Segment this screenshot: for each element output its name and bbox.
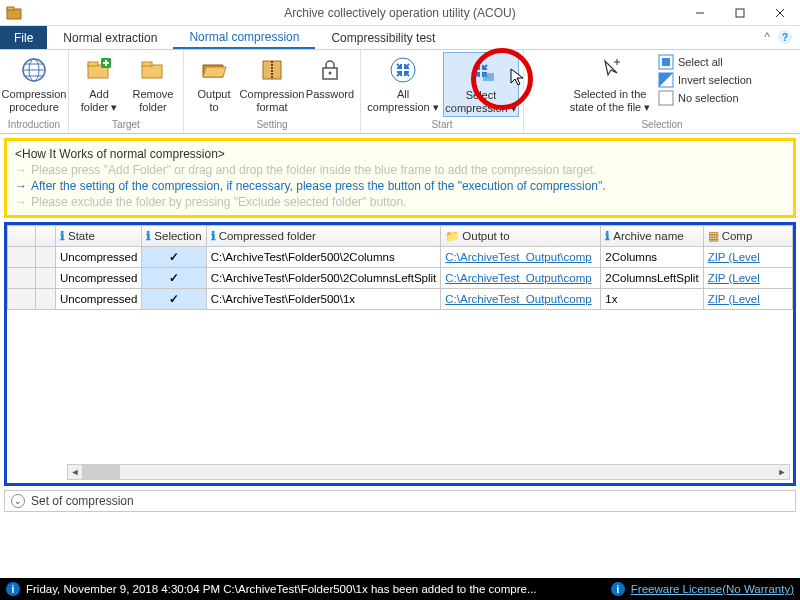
archive-icon (257, 55, 287, 85)
cell-output[interactable]: C:\ArchiveTest_Output\comp (441, 289, 601, 310)
no-selection-button[interactable]: No selection (658, 90, 752, 106)
invert-icon (658, 72, 674, 88)
hint-line-2: →Please exclude the folder by pressing "… (15, 195, 785, 209)
col-archive[interactable]: ℹArchive name (601, 226, 703, 247)
status-bar: i Friday, November 9, 2018 4:30:04 PM C:… (0, 578, 800, 600)
tab-normal-extraction[interactable]: Normal extraction (47, 26, 173, 49)
col-folder[interactable]: ℹCompressed folder (206, 226, 441, 247)
no-select-icon (658, 90, 674, 106)
group-label-setting: Setting (256, 119, 287, 131)
hint-title: <How It Works of normal compression> (15, 147, 785, 161)
window-title: Archive collectively operation utility (… (284, 6, 515, 20)
cell-folder: C:\ArchiveTest\Folder500\2Columns (206, 247, 441, 268)
all-compression-button[interactable]: All compression ▾ (365, 52, 441, 115)
group-label-introduction: Introduction (8, 119, 60, 131)
folder-plus-icon (84, 55, 114, 85)
col-rowheader[interactable] (8, 226, 36, 247)
svg-rect-3 (736, 9, 744, 17)
scroll-right-icon[interactable]: ► (775, 465, 789, 479)
info-icon: i (611, 582, 625, 596)
col-format[interactable]: ▦Comp (703, 226, 792, 247)
compress-select-icon (466, 56, 496, 86)
hint-line-1: →After the setting of the compression, i… (15, 179, 785, 193)
scroll-thumb[interactable] (82, 465, 120, 479)
scroll-left-icon[interactable]: ◄ (68, 465, 82, 479)
cell-state: Uncompressed (56, 247, 142, 268)
cell-state: Uncompressed (56, 268, 142, 289)
select-compression-button[interactable]: Select compression ▾ (443, 52, 519, 117)
license-link[interactable]: Freeware License(No Warranty) (631, 583, 794, 595)
title-bar: Archive collectively operation utility (… (0, 0, 800, 26)
cell-output[interactable]: C:\ArchiveTest_Output\comp (441, 247, 601, 268)
col-selection[interactable]: ℹSelection (142, 226, 206, 247)
group-label-target: Target (112, 119, 140, 131)
table-row[interactable]: Uncompressed✓C:\ArchiveTest\Folder500\2C… (8, 247, 793, 268)
app-icon (6, 5, 22, 21)
compress-all-icon (388, 55, 418, 85)
close-button[interactable] (760, 0, 800, 26)
cell-archive: 2ColumnsLeftSplit (601, 268, 703, 289)
add-folder-button[interactable]: Add folder ▾ (73, 52, 125, 115)
selected-in-state-button[interactable]: Selected in the state of the file ▾ (568, 52, 652, 115)
compression-table: ℹState ℹSelection ℹCompressed folder 📁Ou… (7, 225, 793, 310)
help-icon[interactable]: ? (778, 30, 792, 44)
remove-folder-button[interactable]: Remove folder (127, 52, 179, 115)
svg-rect-16 (142, 65, 162, 78)
table-row[interactable]: Uncompressed✓C:\ArchiveTest\Folder500\1x… (8, 289, 793, 310)
select-all-button[interactable]: Select all (658, 54, 752, 70)
svg-rect-12 (88, 62, 98, 66)
select-all-icon (658, 54, 674, 70)
minimize-button[interactable] (680, 0, 720, 26)
cell-folder: C:\ArchiveTest\Folder500\2ColumnsLeftSpl… (206, 268, 441, 289)
compression-format-button[interactable]: Compression format (242, 52, 302, 115)
cell-selection[interactable]: ✓ (142, 268, 206, 289)
status-message: Friday, November 9, 2018 4:30:04 PM C:\A… (26, 583, 537, 595)
grid-panel: ℹState ℹSelection ℹCompressed folder 📁Ou… (4, 222, 796, 486)
chevron-down-icon: ⌄ (11, 494, 25, 508)
set-of-compression-toggle[interactable]: ⌄ Set of compression (4, 490, 796, 512)
maximize-button[interactable] (720, 0, 760, 26)
cell-format[interactable]: ZIP (Level (703, 268, 792, 289)
cursor-star-icon (595, 55, 625, 85)
compression-procedure-button[interactable]: Compression procedure (4, 52, 64, 115)
svg-rect-1 (7, 7, 14, 10)
password-button[interactable]: Password (304, 52, 356, 103)
output-to-button[interactable]: Output to (188, 52, 240, 115)
ribbon: Compression procedure Introduction Add f… (0, 50, 800, 134)
svg-point-22 (391, 58, 415, 82)
globe-icon (19, 55, 49, 85)
svg-rect-17 (142, 62, 152, 66)
ribbon-collapse-icon[interactable]: ^ (764, 30, 770, 44)
info-icon: i (6, 582, 20, 596)
svg-rect-23 (483, 73, 494, 81)
svg-rect-27 (662, 58, 670, 66)
folder-icon (138, 55, 168, 85)
col-state[interactable]: ℹState (56, 226, 142, 247)
cell-selection[interactable]: ✓ (142, 289, 206, 310)
hint-panel: <How It Works of normal compression> →Pl… (4, 138, 796, 218)
cell-folder: C:\ArchiveTest\Folder500\1x (206, 289, 441, 310)
svg-point-21 (329, 72, 332, 75)
tab-normal-compression[interactable]: Normal compression (173, 26, 315, 49)
cell-archive: 2Columns (601, 247, 703, 268)
col-output[interactable]: 📁Output to (441, 226, 601, 247)
menu-bar: File Normal extraction Normal compressio… (0, 26, 800, 50)
invert-selection-button[interactable]: Invert selection (658, 72, 752, 88)
folder-open-icon (199, 55, 229, 85)
cell-format[interactable]: ZIP (Level (703, 247, 792, 268)
table-row[interactable]: Uncompressed✓C:\ArchiveTest\Folder500\2C… (8, 268, 793, 289)
folder-small-icon: 📁 (445, 229, 459, 243)
group-label-selection: Selection (641, 119, 682, 131)
cell-state: Uncompressed (56, 289, 142, 310)
cell-format[interactable]: ZIP (Level (703, 289, 792, 310)
file-menu[interactable]: File (0, 26, 47, 49)
group-label-start: Start (431, 119, 452, 131)
cell-output[interactable]: C:\ArchiveTest_Output\comp (441, 268, 601, 289)
archive-small-icon: ▦ (708, 229, 719, 243)
horizontal-scrollbar[interactable]: ◄ ► (67, 464, 790, 480)
cell-selection[interactable]: ✓ (142, 247, 206, 268)
hint-line-0: →Please press "Add Folder" or drag and d… (15, 163, 785, 177)
svg-rect-29 (659, 91, 673, 105)
tab-compressibility-test[interactable]: Compressibility test (315, 26, 451, 49)
cell-archive: 1x (601, 289, 703, 310)
